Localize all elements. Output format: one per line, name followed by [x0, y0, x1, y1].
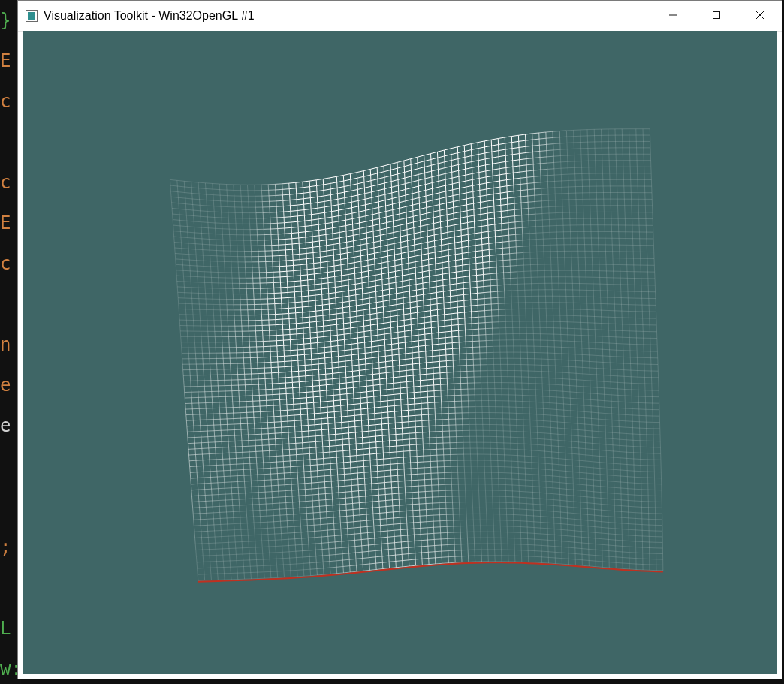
app-icon [26, 10, 38, 22]
window-controls [651, 1, 782, 31]
mesh-wireframe [23, 31, 777, 674]
svg-rect-1 [713, 12, 720, 19]
titlebar[interactable]: Visualization Toolkit - Win32OpenGL #1 [18, 1, 782, 32]
close-button[interactable] [738, 1, 782, 31]
maximize-icon [712, 9, 721, 23]
close-icon [755, 9, 764, 23]
vtk-window: Visualization Toolkit - Win32OpenGL #1 [17, 0, 782, 679]
minimize-button[interactable] [651, 1, 695, 31]
minimize-icon [668, 9, 677, 23]
opengl-viewport[interactable] [23, 31, 777, 674]
window-title: Visualization Toolkit - Win32OpenGL #1 [44, 9, 255, 23]
maximize-button[interactable] [695, 1, 738, 31]
